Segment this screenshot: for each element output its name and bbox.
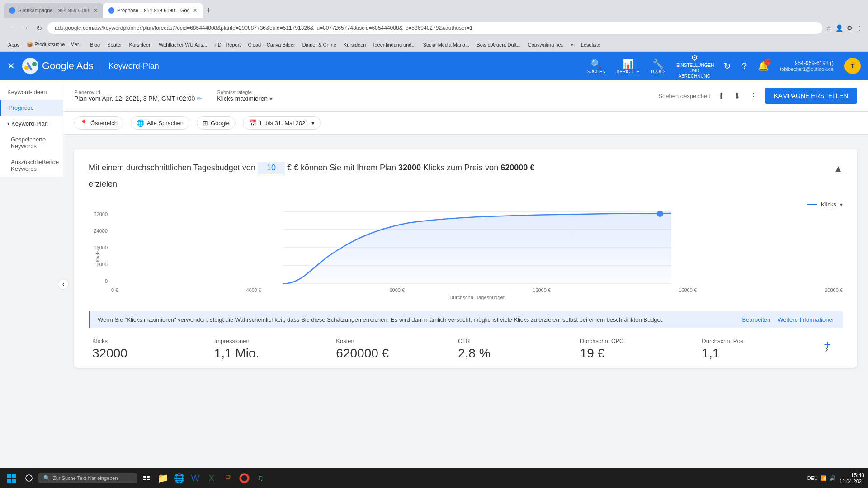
filter-language[interactable]: 🌐 Alle Sprachen [131,116,189,130]
extensions-button[interactable]: ⚙ [847,24,853,32]
taskbar-excel[interactable]: X [204,471,219,485]
edit-plan-icon[interactable]: ✏ [197,95,202,102]
edit-link[interactable]: Bearbeiten [742,316,770,323]
browser-tab-2[interactable]: Prognose – 954-959-6198 – Goo... ✕ [103,3,203,18]
bookmark-6[interactable]: PDF Report [212,41,243,48]
stat-header-pos: Durchschn. Pos. [702,338,816,344]
bid-dropdown-icon[interactable]: ▾ [269,95,273,102]
y-label-0: 0 [105,278,108,284]
svg-rect-11 [7,479,11,483]
sidebar-item-auszuschliessende[interactable]: Auszuschließende Keywords [0,154,63,177]
taskbar-search[interactable] [22,471,36,485]
taskbar-spotify[interactable]: ♫ [253,471,268,485]
bookmark-5[interactable]: Wahlfächer WU Aus... [156,41,210,48]
taskbar-time-display[interactable]: 15:43 12.04.2021 [840,472,864,484]
headline-post: € € können Sie mit Ihrem Plan [285,163,398,172]
start-button[interactable] [4,470,20,486]
new-tab-button[interactable]: + [203,6,215,15]
bookmark-more[interactable]: » [568,41,576,48]
date-dropdown-icon[interactable]: ▾ [311,120,315,127]
legend-dropdown[interactable]: ▾ [840,202,843,208]
taskbar-task-view[interactable] [139,471,154,485]
reports-icon: 📊 [623,58,634,69]
taskbar-wifi-icon: 📶 [821,475,827,481]
filter-location[interactable]: 📍 Österreich [74,116,123,130]
x-axis-title: Durchschn. Tagesbudget [449,295,505,300]
refresh-button[interactable]: ↻ [34,22,44,34]
sidebar-item-keyword-ideen[interactable]: Keyword-Ideen [0,84,63,100]
collapse-sidebar-button[interactable]: ‹ [58,279,69,290]
next-arrow-icon[interactable]: › [825,343,828,355]
avatar[interactable]: T [844,58,861,74]
stat-value-ctr: 2,8 % [458,346,573,361]
more-info-link[interactable]: Weitere Informationen [778,316,835,323]
menu-button[interactable]: ⋮ [856,24,863,32]
browser-tab-1[interactable]: Suchkampagne – 954-959-6198 ✕ [4,3,103,18]
app-title: Google Ads [42,60,94,72]
network-icon: ⊞ [203,119,208,127]
info-banner: Wenn Sie "Klicks maximieren" verwenden, … [89,311,843,328]
filters-bar: 📍 Österreich 🌐 Alle Sprachen ⊞ Google 📅 … [63,112,868,135]
filter-network[interactable]: ⊞ Google [197,116,236,130]
budget-input[interactable] [258,162,285,174]
taskbar-edge[interactable]: 🌐 [172,471,186,485]
help-nav[interactable]: ? [742,61,747,71]
taskbar-powerpoint[interactable]: P [221,471,235,485]
bookmark-13[interactable]: Copywriting neu [525,41,566,48]
bookmark-1[interactable]: 📦 Produktsuche – Mer... [24,41,85,48]
bookmark-apps[interactable]: Apps [5,41,22,48]
bookmark-4[interactable]: Kursideen [127,41,155,48]
tab-close-2[interactable]: ✕ [193,8,197,14]
close-button[interactable]: ✕ [7,61,15,71]
create-campaign-button[interactable]: KAMPAGNE ERSTELLEN [765,88,857,104]
notification-badge: 1 [764,59,771,65]
google-ads-logo-icon [22,58,38,74]
chart-svg [111,211,843,284]
stat-header-impressionen: Impressionen [214,338,329,344]
taskbar-chrome[interactable]: ⭕ [237,471,251,485]
plan-info: Planentwurf Plan vom Apr. 12, 2021, 3 PM… [74,89,202,102]
x-label-12000: 12000 € [533,287,551,293]
sidebar-item-prognose[interactable]: Prognose [0,100,63,116]
sidebar-item-keyword-plan[interactable]: Keyword-Plan [0,116,63,131]
profile-button[interactable]: 👤 [835,24,843,32]
more-options-icon[interactable]: ⋮ [748,89,760,103]
bookmark-2[interactable]: Blog [87,41,103,48]
taskbar-lang: DEU [807,475,818,481]
taskbar-file-explorer[interactable]: 📁 [156,471,170,485]
settings-icon: ⚙ [691,53,698,63]
settings-nav[interactable]: ⚙ EINSTELLUNGEN UND ABRECHNUNG [676,53,712,79]
svg-rect-10 [12,474,16,478]
download-icon[interactable]: ⬇ [732,89,742,103]
address-bar[interactable]: ads.google.com/aw/keywordplanner/plan/fo… [47,22,822,34]
tab-label-2: Prognose – 954-959-6198 – Goo... [117,8,189,13]
taskbar-word[interactable]: W [188,471,203,485]
task-view-icon [143,474,150,482]
reports-nav[interactable]: 📊 BERICHTE [617,58,640,74]
bookmark-12[interactable]: Bois d'Argent Duft... [474,41,523,48]
filter-date[interactable]: 📅 1. bis 31. Mai 2021 ▾ [243,116,321,130]
bookmark-9[interactable]: Kursideen [341,41,369,48]
bookmark-7[interactable]: Clead + Canva Bilder [245,41,297,48]
reading-list[interactable]: Leseliste [578,41,603,48]
bookmark-button[interactable]: ☆ [826,24,832,32]
stat-col-ctr: CTR 2,8 % [454,338,576,361]
tools-label: TOOLS [650,69,665,74]
sidebar-item-gespeicherte[interactable]: Gespeicherte Keywords [0,131,63,154]
share-icon[interactable]: ⬆ [716,89,726,103]
forward-button[interactable]: → [20,22,31,34]
taskbar-search-box[interactable]: 🔍 Zur Suche Text hier eingeben [38,473,137,483]
bookmark-8[interactable]: Dinner & Crime [300,41,339,48]
bookmark-10[interactable]: Ideenfindung und... [370,41,418,48]
notifications-nav[interactable]: 🔔 1 [758,61,769,71]
back-button[interactable]: ← [5,22,16,34]
search-icon: 🔍 [43,475,50,481]
collapse-card-icon[interactable]: ▲ [834,164,843,174]
bookmark-11[interactable]: Social Media Mana... [420,41,472,48]
bookmark-3[interactable]: Später [104,41,124,48]
tools-nav[interactable]: 🔧 TOOLS [650,58,665,74]
search-nav[interactable]: 🔍 SUCHEN [587,58,606,74]
stat-col-impressionen: Impressionen 1,1 Mio. [211,338,333,361]
refresh-nav[interactable]: ↻ [723,61,731,71]
tab-close-1[interactable]: ✕ [94,8,98,14]
